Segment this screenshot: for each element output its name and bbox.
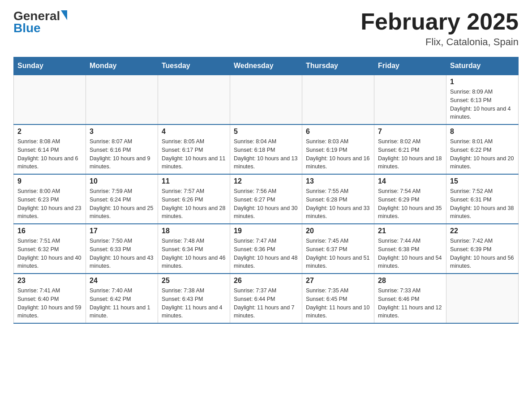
calendar-cell: 23Sunrise: 7:41 AM Sunset: 6:40 PM Dayli… [14, 274, 86, 323]
calendar-cell: 17Sunrise: 7:50 AM Sunset: 6:33 PM Dayli… [86, 224, 158, 274]
calendar-cell: 14Sunrise: 7:54 AM Sunset: 6:29 PM Dayli… [374, 174, 446, 224]
calendar-header-row: SundayMondayTuesdayWednesdayThursdayFrid… [14, 57, 519, 75]
location: Flix, Catalonia, Spain [360, 36, 519, 48]
day-number: 9 [17, 177, 82, 185]
day-info: Sunrise: 8:00 AM Sunset: 6:23 PM Dayligh… [17, 187, 82, 221]
logo-blue: Blue [13, 21, 41, 35]
calendar-cell: 3Sunrise: 8:07 AM Sunset: 6:16 PM Daylig… [86, 124, 158, 174]
calendar-cell: 21Sunrise: 7:44 AM Sunset: 6:38 PM Dayli… [374, 224, 446, 274]
day-number: 14 [378, 177, 442, 185]
day-info: Sunrise: 7:33 AM Sunset: 6:46 PM Dayligh… [378, 287, 442, 320]
day-number: 12 [234, 177, 298, 185]
logo-triangle-icon [61, 10, 67, 20]
day-number: 19 [234, 227, 298, 235]
day-info: Sunrise: 7:50 AM Sunset: 6:33 PM Dayligh… [90, 237, 154, 270]
day-info: Sunrise: 7:59 AM Sunset: 6:24 PM Dayligh… [90, 187, 154, 221]
day-info: Sunrise: 7:42 AM Sunset: 6:39 PM Dayligh… [450, 237, 515, 270]
calendar-cell: 10Sunrise: 7:59 AM Sunset: 6:24 PM Dayli… [86, 174, 158, 224]
calendar-cell [374, 75, 446, 124]
day-info: Sunrise: 7:51 AM Sunset: 6:32 PM Dayligh… [17, 237, 82, 270]
calendar-cell: 26Sunrise: 7:37 AM Sunset: 6:44 PM Dayli… [230, 274, 302, 323]
day-info: Sunrise: 7:47 AM Sunset: 6:36 PM Dayligh… [234, 237, 298, 270]
calendar-cell: 28Sunrise: 7:33 AM Sunset: 6:46 PM Dayli… [374, 274, 446, 323]
day-info: Sunrise: 8:09 AM Sunset: 6:13 PM Dayligh… [450, 88, 515, 121]
calendar-cell: 5Sunrise: 8:04 AM Sunset: 6:18 PM Daylig… [230, 124, 302, 174]
day-number: 15 [450, 177, 515, 185]
day-info: Sunrise: 7:45 AM Sunset: 6:37 PM Dayligh… [306, 237, 370, 270]
day-number: 2 [17, 128, 82, 136]
day-info: Sunrise: 8:08 AM Sunset: 6:14 PM Dayligh… [17, 137, 82, 171]
calendar-cell: 18Sunrise: 7:48 AM Sunset: 6:34 PM Dayli… [158, 224, 230, 274]
column-header-saturday: Saturday [446, 57, 519, 75]
title-area: February 2025 Flix, Catalonia, Spain [360, 9, 519, 48]
calendar-table: SundayMondayTuesdayWednesdayThursdayFrid… [13, 57, 519, 324]
day-number: 20 [306, 227, 370, 235]
calendar-cell: 6Sunrise: 8:03 AM Sunset: 6:19 PM Daylig… [302, 124, 374, 174]
day-info: Sunrise: 7:44 AM Sunset: 6:38 PM Dayligh… [378, 237, 442, 270]
day-number: 3 [90, 128, 154, 136]
day-info: Sunrise: 7:56 AM Sunset: 6:27 PM Dayligh… [234, 187, 298, 221]
day-info: Sunrise: 7:38 AM Sunset: 6:43 PM Dayligh… [162, 287, 226, 320]
calendar-cell: 24Sunrise: 7:40 AM Sunset: 6:42 PM Dayli… [86, 274, 158, 323]
calendar-cell: 12Sunrise: 7:56 AM Sunset: 6:27 PM Dayli… [230, 174, 302, 224]
week-row-3: 9Sunrise: 8:00 AM Sunset: 6:23 PM Daylig… [14, 174, 519, 224]
calendar-cell: 1Sunrise: 8:09 AM Sunset: 6:13 PM Daylig… [446, 75, 519, 124]
column-header-tuesday: Tuesday [158, 57, 230, 75]
day-number: 11 [162, 177, 226, 185]
calendar-cell: 11Sunrise: 7:57 AM Sunset: 6:26 PM Dayli… [158, 174, 230, 224]
day-number: 18 [162, 227, 226, 235]
day-info: Sunrise: 8:02 AM Sunset: 6:21 PM Dayligh… [378, 137, 442, 171]
logo: General Blue [13, 9, 67, 35]
calendar-cell [446, 274, 519, 323]
day-number: 7 [378, 128, 442, 136]
calendar-cell: 9Sunrise: 8:00 AM Sunset: 6:23 PM Daylig… [14, 174, 86, 224]
day-info: Sunrise: 7:57 AM Sunset: 6:26 PM Dayligh… [162, 187, 226, 221]
day-number: 13 [306, 177, 370, 185]
week-row-1: 1Sunrise: 8:09 AM Sunset: 6:13 PM Daylig… [14, 75, 519, 124]
day-number: 1 [450, 78, 515, 86]
day-number: 22 [450, 227, 515, 235]
calendar-cell: 4Sunrise: 8:05 AM Sunset: 6:17 PM Daylig… [158, 124, 230, 174]
week-row-5: 23Sunrise: 7:41 AM Sunset: 6:40 PM Dayli… [14, 274, 519, 323]
calendar-cell [158, 75, 230, 124]
day-number: 6 [306, 128, 370, 136]
day-info: Sunrise: 7:41 AM Sunset: 6:40 PM Dayligh… [17, 287, 82, 320]
calendar-cell: 15Sunrise: 7:52 AM Sunset: 6:31 PM Dayli… [446, 174, 519, 224]
day-number: 17 [90, 227, 154, 235]
day-number: 8 [450, 128, 515, 136]
day-number: 24 [90, 277, 154, 285]
day-info: Sunrise: 7:37 AM Sunset: 6:44 PM Dayligh… [234, 287, 298, 320]
day-info: Sunrise: 8:04 AM Sunset: 6:18 PM Dayligh… [234, 137, 298, 171]
page-header: General Blue February 2025 Flix, Catalon… [13, 9, 519, 48]
day-info: Sunrise: 8:07 AM Sunset: 6:16 PM Dayligh… [90, 137, 154, 171]
day-info: Sunrise: 8:01 AM Sunset: 6:22 PM Dayligh… [450, 137, 515, 171]
day-info: Sunrise: 7:55 AM Sunset: 6:28 PM Dayligh… [306, 187, 370, 221]
month-title: February 2025 [360, 9, 519, 34]
day-info: Sunrise: 7:52 AM Sunset: 6:31 PM Dayligh… [450, 187, 515, 221]
column-header-wednesday: Wednesday [230, 57, 302, 75]
day-info: Sunrise: 7:40 AM Sunset: 6:42 PM Dayligh… [90, 287, 154, 320]
day-info: Sunrise: 7:54 AM Sunset: 6:29 PM Dayligh… [378, 187, 442, 221]
calendar-cell: 7Sunrise: 8:02 AM Sunset: 6:21 PM Daylig… [374, 124, 446, 174]
day-info: Sunrise: 8:03 AM Sunset: 6:19 PM Dayligh… [306, 137, 370, 171]
calendar-cell: 19Sunrise: 7:47 AM Sunset: 6:36 PM Dayli… [230, 224, 302, 274]
calendar-cell: 13Sunrise: 7:55 AM Sunset: 6:28 PM Dayli… [302, 174, 374, 224]
calendar-cell: 2Sunrise: 8:08 AM Sunset: 6:14 PM Daylig… [14, 124, 86, 174]
day-number: 5 [234, 128, 298, 136]
day-number: 26 [234, 277, 298, 285]
day-number: 28 [378, 277, 442, 285]
day-number: 10 [90, 177, 154, 185]
column-header-monday: Monday [86, 57, 158, 75]
day-number: 25 [162, 277, 226, 285]
day-info: Sunrise: 7:48 AM Sunset: 6:34 PM Dayligh… [162, 237, 226, 270]
day-number: 21 [378, 227, 442, 235]
column-header-thursday: Thursday [302, 57, 374, 75]
calendar-cell [14, 75, 86, 124]
calendar-cell [230, 75, 302, 124]
calendar-cell: 8Sunrise: 8:01 AM Sunset: 6:22 PM Daylig… [446, 124, 519, 174]
day-info: Sunrise: 7:35 AM Sunset: 6:45 PM Dayligh… [306, 287, 370, 320]
column-header-sunday: Sunday [14, 57, 86, 75]
week-row-4: 16Sunrise: 7:51 AM Sunset: 6:32 PM Dayli… [14, 224, 519, 274]
day-number: 23 [17, 277, 82, 285]
day-number: 16 [17, 227, 82, 235]
